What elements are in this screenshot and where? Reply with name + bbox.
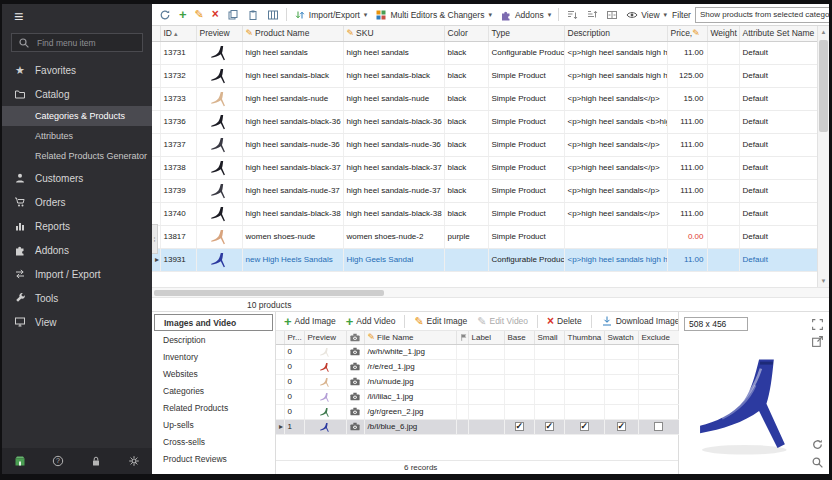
cell-small[interactable] (534, 359, 564, 374)
cell-preview[interactable] (304, 389, 346, 404)
header-product-name[interactable]: ✎Product Name (242, 26, 343, 41)
cell-preview[interactable] (304, 344, 346, 359)
image-row[interactable]: 0 /w/h/white_1.jpg (276, 344, 679, 359)
cell-swatch[interactable] (604, 419, 638, 434)
cell-color[interactable]: black (444, 179, 488, 202)
cell-attribute-set[interactable]: Default (739, 64, 817, 87)
autosize-columns-button[interactable] (603, 8, 621, 22)
cell-type[interactable]: Simple Product (488, 179, 564, 202)
cell-sku[interactable]: high heel sandals-nude-36 (343, 133, 444, 156)
cell-id[interactable]: 13732 (160, 64, 196, 87)
cell-small[interactable] (534, 389, 564, 404)
cell-preview[interactable] (196, 110, 242, 133)
header-small[interactable]: Small (534, 331, 564, 344)
header-preview[interactable]: Preview (196, 26, 242, 41)
paste-button[interactable] (244, 8, 262, 22)
header-sku[interactable]: ✎SKU (343, 26, 444, 41)
scrollbar-thumb[interactable] (154, 290, 384, 296)
cell-description[interactable]: <p>high heel sandals high heel sandals</… (564, 248, 667, 271)
cell-color[interactable] (444, 248, 488, 271)
cell-preview[interactable] (196, 179, 242, 202)
cell-id[interactable]: 13738 (160, 156, 196, 179)
cell-small[interactable] (534, 374, 564, 389)
cell-preview[interactable] (196, 248, 242, 271)
lock-icon[interactable] (88, 453, 104, 469)
copy-button[interactable] (224, 8, 242, 22)
cell-file-name[interactable]: /n/u/nude.jpg (364, 374, 456, 389)
cell-exclude[interactable] (638, 419, 679, 434)
cell-color[interactable]: black (444, 110, 488, 133)
cell-attribute-set[interactable]: Default (739, 133, 817, 156)
small-checkbox[interactable] (545, 422, 554, 431)
download-image-button[interactable]: Download Image (598, 314, 678, 328)
cell-label[interactable] (468, 374, 504, 389)
cell-price[interactable]: 111.00 (667, 110, 707, 133)
tab-cross-sells[interactable]: Cross-sells (154, 433, 273, 450)
header-exclude[interactable]: Exclude (638, 331, 679, 344)
cell-description[interactable]: <p>high heel sandals <b>high heel san... (564, 110, 667, 133)
header-price[interactable]: Price,✎ (667, 26, 707, 41)
category-filter-select[interactable]: Show products from selected categories ▾ (695, 7, 829, 23)
cell-preview[interactable] (304, 419, 346, 434)
sidebar-item-orders[interactable]: Orders (2, 190, 152, 214)
cell-color[interactable]: black (444, 133, 488, 156)
scroll-up-icon[interactable]: ▲ (818, 26, 829, 38)
cell-description[interactable]: <p>high heel sandals high heel san... (564, 64, 667, 87)
cell-type[interactable]: Simple Product (488, 64, 564, 87)
cell-priority[interactable]: 0 (284, 344, 304, 359)
cell-thumbnail[interactable] (564, 344, 604, 359)
horizontal-scrollbar[interactable] (152, 288, 829, 298)
cell-id[interactable]: 13931 (160, 248, 196, 271)
swatch-checkbox[interactable] (617, 422, 626, 431)
cell-priority[interactable]: 0 (284, 374, 304, 389)
product-row[interactable]: 13733 high heel sandals-nude high heel s… (152, 87, 817, 110)
tab-inventory[interactable]: Inventory (154, 348, 273, 365)
sort-ascending-button[interactable] (563, 8, 581, 22)
cell-weight[interactable] (707, 202, 739, 225)
cell-color[interactable]: black (444, 41, 488, 64)
help-icon[interactable]: ? (50, 453, 66, 469)
cell-swatch[interactable] (604, 404, 638, 419)
cell-sku[interactable]: high heel sandals-black-38 (343, 202, 444, 225)
cell-color[interactable]: black (444, 87, 488, 110)
cell-base[interactable] (504, 359, 534, 374)
cell-type[interactable]: Simple Product (488, 87, 564, 110)
product-row[interactable]: ▸ 13931 new High Heels Sandals High Geel… (152, 248, 817, 271)
cell-attribute-set[interactable]: Default (739, 156, 817, 179)
delete-product-button[interactable]: × (209, 8, 222, 21)
cell-type[interactable]: Configurable Product (488, 248, 564, 271)
add-image-button[interactable]: +Add Image (281, 315, 339, 328)
cell-file-name[interactable]: /g/r/green_2.jpg (364, 404, 456, 419)
cell-attribute-set[interactable]: Default (739, 110, 817, 133)
tab-up-sells[interactable]: Up-sells (154, 416, 273, 433)
cell-exclude[interactable] (638, 404, 679, 419)
cell-priority[interactable]: 0 (284, 389, 304, 404)
cell-price[interactable]: 111.00 (667, 179, 707, 202)
cell-attribute-set[interactable]: Default (739, 87, 817, 110)
sidebar-item-tools[interactable]: Tools (2, 286, 152, 310)
product-row[interactable]: 13737 high heel sandals-nude-36 high hee… (152, 133, 817, 156)
tab-related-products[interactable]: Related Products (154, 399, 273, 416)
cell-priority[interactable]: 1 (284, 419, 304, 434)
cell-sku[interactable]: High Geels Sandal (343, 248, 444, 271)
cell-price[interactable]: 111.00 (667, 156, 707, 179)
cell-price[interactable]: 11.00 (667, 41, 707, 64)
multi-editors-menu[interactable]: Multi Editors & Changers▾ (372, 8, 495, 22)
scrollbar-thumb[interactable] (819, 40, 828, 132)
cell-swatch[interactable] (604, 359, 638, 374)
import-export-menu[interactable]: Import/Export▾ (291, 8, 371, 22)
cell-weight[interactable] (707, 248, 739, 271)
cell-label[interactable] (468, 389, 504, 404)
image-row[interactable]: 0 /l/i/lilac_1.jpg (276, 389, 679, 404)
cell-description[interactable]: <p>high heel sandals</p> (564, 133, 667, 156)
add-product-button[interactable]: + (176, 8, 190, 21)
open-external-icon[interactable] (811, 334, 824, 347)
thumbnail-checkbox[interactable] (580, 422, 589, 431)
add-video-button[interactable]: +Add Video (343, 315, 399, 328)
cell-price[interactable]: 0.00 (667, 225, 707, 248)
image-row[interactable]: 0 /r/e/red_1.jpg (276, 359, 679, 374)
cell-price[interactable]: 111.00 (667, 133, 707, 156)
cell-price[interactable]: 15.00 (667, 87, 707, 110)
sidebar-item-view[interactable]: View (2, 310, 152, 334)
cell-id[interactable]: 13731 (160, 41, 196, 64)
